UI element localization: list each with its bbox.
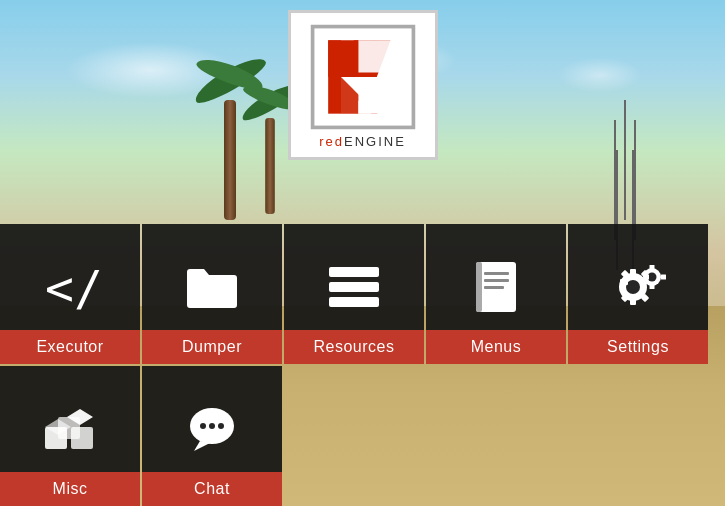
- menu-item-executor[interactable]: </> Executor: [0, 224, 140, 364]
- menu-item-misc[interactable]: Misc: [0, 366, 140, 506]
- svg-text:</>: </>: [45, 260, 100, 316]
- resources-icon-container: [284, 224, 424, 330]
- svg-point-38: [200, 423, 206, 429]
- menus-label: Menus: [426, 330, 566, 364]
- svg-rect-19: [620, 279, 628, 285]
- menu-row-1: </> Executor Dumper: [0, 224, 708, 364]
- svg-rect-12: [484, 272, 509, 275]
- svg-rect-17: [630, 269, 636, 277]
- dumper-label: Dumper: [142, 330, 282, 364]
- folder-icon: [182, 257, 242, 317]
- dumper-icon-container: [142, 224, 282, 330]
- svg-rect-18: [630, 297, 636, 305]
- menu-item-dumper[interactable]: Dumper: [142, 224, 282, 364]
- svg-rect-28: [650, 284, 655, 289]
- resources-label: Resources: [284, 330, 424, 364]
- logo-svg: [308, 22, 418, 132]
- chat-bubble-icon: [182, 399, 242, 459]
- menu-item-menus[interactable]: Menus: [426, 224, 566, 364]
- svg-rect-7: [329, 267, 379, 277]
- menu-container: </> Executor Dumper: [0, 224, 708, 506]
- svg-point-40: [218, 423, 224, 429]
- logo-container: redENGINE: [288, 10, 438, 160]
- blocks-icon: [40, 399, 100, 459]
- menu-row-2: Misc Chat: [0, 366, 708, 506]
- chat-icon-container: [142, 366, 282, 472]
- menu-item-chat[interactable]: Chat: [142, 366, 282, 506]
- settings-label: Settings: [568, 330, 708, 364]
- code-icon: </>: [40, 257, 100, 317]
- executor-label: Executor: [0, 330, 140, 364]
- svg-rect-11: [476, 262, 482, 312]
- svg-rect-27: [650, 265, 655, 270]
- misc-label: Misc: [0, 472, 140, 506]
- executor-icon-container: </>: [0, 224, 140, 330]
- svg-rect-9: [329, 297, 379, 307]
- svg-rect-29: [644, 275, 649, 280]
- svg-rect-30: [661, 275, 666, 280]
- gear-icon: [608, 257, 668, 317]
- misc-icon-container: [0, 366, 140, 472]
- settings-icon-container: [568, 224, 708, 330]
- book-icon: [466, 257, 526, 317]
- logo-box: redENGINE: [288, 10, 438, 160]
- svg-rect-33: [71, 427, 93, 449]
- list-icon: [324, 257, 384, 317]
- logo-text: redENGINE: [319, 134, 406, 149]
- menu-item-resources[interactable]: Resources: [284, 224, 424, 364]
- svg-rect-13: [484, 279, 509, 282]
- svg-rect-8: [329, 282, 379, 292]
- chat-label: Chat: [142, 472, 282, 506]
- svg-point-39: [209, 423, 215, 429]
- menus-icon-container: [426, 224, 566, 330]
- menu-item-settings[interactable]: Settings: [568, 224, 708, 364]
- svg-rect-14: [484, 286, 504, 289]
- svg-point-16: [626, 280, 640, 294]
